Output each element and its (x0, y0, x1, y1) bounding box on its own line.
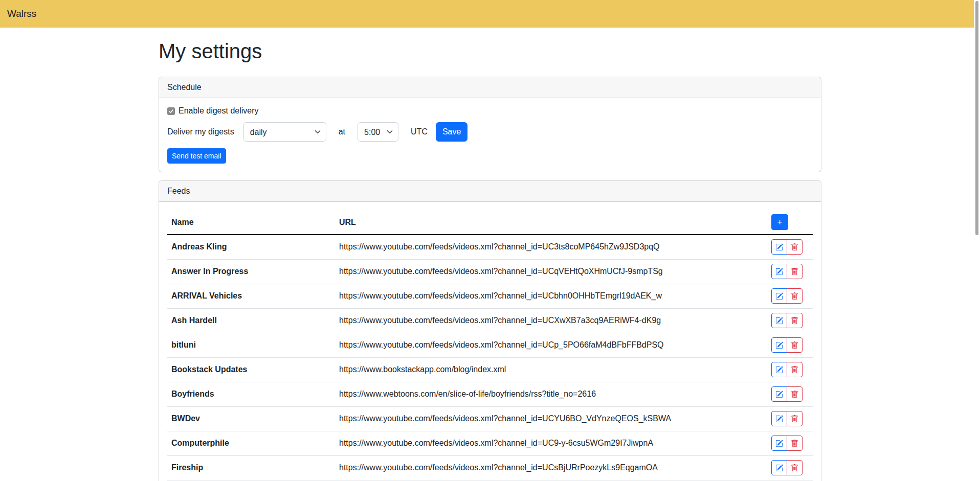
feed-name: Fireship (167, 455, 335, 480)
table-row: Fireship https://www.youtube.com/feeds/v… (167, 455, 813, 480)
enable-digest-checkbox[interactable] (167, 107, 175, 115)
trash-icon (791, 341, 798, 349)
scrollbar-thumb[interactable] (975, 1, 978, 235)
edit-feed-button[interactable] (771, 460, 787, 475)
column-header-url: URL (335, 210, 755, 235)
feed-actions (755, 284, 813, 308)
feed-name: BWDev (167, 406, 335, 431)
feed-url: https://www.youtube.com/feeds/videos.xml… (335, 455, 755, 480)
feeds-card: Feeds Name URL + Andreas Kling https://w… (159, 180, 821, 481)
edit-feed-button[interactable] (771, 386, 787, 402)
schedule-card-header: Schedule (159, 77, 821, 98)
delete-feed-button[interactable] (787, 337, 803, 353)
frequency-select-wrap: daily (243, 122, 326, 142)
trash-icon (791, 243, 798, 251)
navbar: Walrss (0, 0, 980, 28)
schedule-card: Schedule Enable digest delivery Deliver … (159, 77, 821, 172)
main-container: My settings Schedule Enable digest deliv… (152, 28, 828, 481)
feed-actions-group (771, 288, 803, 304)
trash-icon (791, 415, 798, 423)
save-button[interactable]: Save (436, 122, 467, 142)
edit-feed-button[interactable] (771, 337, 787, 353)
feed-actions (755, 406, 813, 431)
table-row: BWDev https://www.youtube.com/feeds/vide… (167, 406, 813, 431)
feed-url: https://www.youtube.com/feeds/videos.xml… (335, 406, 755, 431)
feeds-table-body: Andreas Kling https://www.youtube.com/fe… (167, 235, 813, 481)
navbar-brand[interactable]: Walrss (7, 8, 36, 19)
send-test-email-button[interactable]: Send test email (167, 148, 226, 164)
feed-actions-group (771, 460, 803, 475)
feed-actions-group (771, 411, 803, 426)
feed-name: Bookstack Updates (167, 357, 335, 382)
feeds-table-head: Name URL + (167, 210, 813, 235)
feed-actions-group (771, 264, 803, 279)
page-title: My settings (159, 39, 821, 63)
feed-name: Ash Hardell (167, 308, 335, 333)
edit-feed-button[interactable] (771, 239, 787, 255)
feed-name: Computerphile (167, 431, 335, 455)
check-icon (168, 108, 174, 114)
table-row: bitluni https://www.youtube.com/feeds/vi… (167, 333, 813, 357)
frequency-select[interactable]: daily (243, 122, 326, 142)
table-row: ARRIVAL Vehicles https://www.youtube.com… (167, 284, 813, 308)
feed-actions (755, 235, 813, 259)
feed-actions (755, 357, 813, 382)
at-label: at (339, 127, 345, 136)
pencil-square-icon (775, 464, 783, 472)
edit-feed-button[interactable] (771, 313, 787, 328)
feed-url: https://www.youtube.com/feeds/videos.xml… (335, 333, 755, 357)
pencil-square-icon (775, 440, 783, 447)
trash-icon (791, 464, 798, 472)
trash-icon (791, 292, 798, 300)
trash-icon (791, 440, 798, 447)
delete-feed-button[interactable] (787, 239, 803, 255)
scrollbar (974, 0, 980, 481)
feed-actions-group (771, 239, 803, 255)
delete-feed-button[interactable] (787, 386, 803, 402)
feeds-header-row: Name URL + (167, 210, 813, 235)
delete-feed-button[interactable] (787, 362, 803, 377)
time-select-wrap: 5:00 (358, 122, 398, 142)
feed-url: https://www.youtube.com/feeds/videos.xml… (335, 284, 755, 308)
table-row: Answer In Progress https://www.youtube.c… (167, 259, 813, 284)
table-row: Bookstack Updates https://www.bookstacka… (167, 357, 813, 382)
feed-actions-group (771, 313, 803, 328)
feed-actions (755, 259, 813, 284)
deliver-digests-label: Deliver my digests (167, 127, 234, 136)
time-select[interactable]: 5:00 (358, 122, 398, 142)
feed-url: https://www.youtube.com/feeds/videos.xml… (335, 235, 755, 259)
feed-url: https://www.youtube.com/feeds/videos.xml… (335, 308, 755, 333)
edit-feed-button[interactable] (771, 264, 787, 279)
edit-feed-button[interactable] (771, 288, 787, 304)
pencil-square-icon (775, 243, 783, 251)
trash-icon (791, 268, 798, 276)
feed-name: Andreas Kling (167, 235, 335, 259)
feed-actions (755, 455, 813, 480)
pencil-square-icon (775, 268, 783, 276)
delete-feed-button[interactable] (787, 460, 803, 475)
table-row: Computerphile https://www.youtube.com/fe… (167, 431, 813, 455)
feed-actions (755, 382, 813, 406)
feeds-card-body: Name URL + Andreas Kling https://www.you… (159, 202, 821, 481)
pencil-square-icon (775, 391, 783, 398)
delete-feed-button[interactable] (787, 436, 803, 451)
table-row: Boyfriends https://www.webtoons.com/en/s… (167, 382, 813, 406)
table-row: Ash Hardell https://www.youtube.com/feed… (167, 308, 813, 333)
feeds-card-header: Feeds (159, 181, 821, 202)
enable-digest-label[interactable]: Enable digest delivery (179, 106, 259, 116)
feed-actions (755, 333, 813, 357)
column-header-actions: + (755, 210, 813, 235)
edit-feed-button[interactable] (771, 362, 787, 377)
delivery-controls-row: Deliver my digests daily at 5:00 UTC Sav… (167, 122, 813, 142)
delete-feed-button[interactable] (787, 264, 803, 279)
delete-feed-button[interactable] (787, 411, 803, 426)
edit-feed-button[interactable] (771, 436, 787, 451)
delete-feed-button[interactable] (787, 313, 803, 328)
add-feed-button[interactable]: + (771, 214, 788, 230)
edit-feed-button[interactable] (771, 411, 787, 426)
pencil-square-icon (775, 317, 783, 325)
feed-actions (755, 308, 813, 333)
delete-feed-button[interactable] (787, 288, 803, 304)
schedule-card-body: Enable digest delivery Deliver my digest… (159, 98, 821, 172)
feed-actions-group (771, 386, 803, 402)
